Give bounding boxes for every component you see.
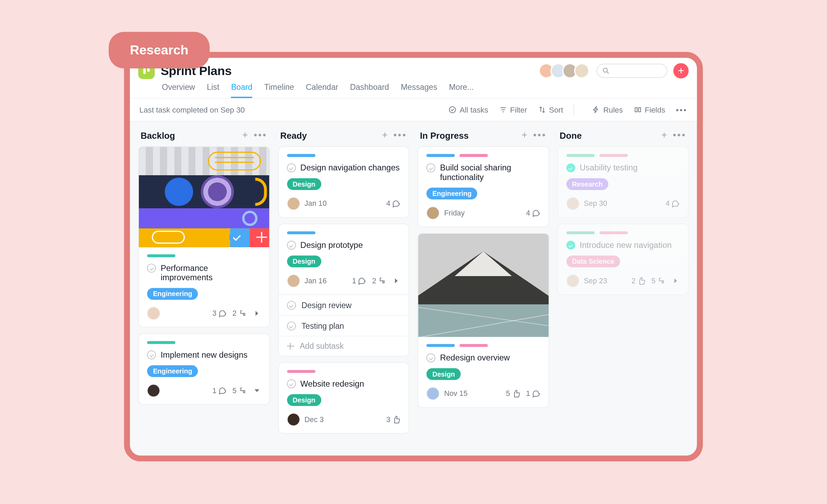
- subtask-icon: [238, 387, 247, 395]
- tab-messages[interactable]: Messages: [401, 83, 437, 98]
- add-button[interactable]: +: [673, 63, 689, 78]
- domain-badge: Research: [109, 32, 210, 69]
- column-backlog: Backlog + ••• Performance improvements: [138, 130, 269, 440]
- all-tasks-button[interactable]: All tasks: [448, 105, 488, 114]
- chevron-right-icon[interactable]: [392, 277, 400, 285]
- complete-checkbox-icon[interactable]: [147, 350, 156, 359]
- tag-engineering[interactable]: Engineering: [147, 365, 198, 377]
- tag-design[interactable]: Design: [427, 368, 461, 380]
- task-title: Introduce new navigation: [580, 240, 672, 250]
- complete-checkbox-icon[interactable]: [566, 164, 575, 172]
- comment-icon: [532, 389, 540, 398]
- fields-button[interactable]: Fields: [634, 105, 665, 114]
- view-tabs: Overview List Board Timeline Calendar Da…: [138, 83, 688, 98]
- column-menu-icon[interactable]: •••: [394, 130, 407, 140]
- tab-more[interactable]: More...: [449, 83, 474, 98]
- tag-design[interactable]: Design: [287, 255, 321, 267]
- task-card[interactable]: Usability testing Research Sep 30 4: [557, 146, 688, 218]
- due-date: Friday: [444, 209, 465, 217]
- task-card[interactable]: Design navigation changes Design Jan 10 …: [278, 146, 409, 218]
- task-title: Performance improvements: [161, 263, 261, 282]
- subtask-row[interactable]: Design review: [278, 295, 409, 315]
- like-icon: [637, 277, 645, 285]
- add-card-button[interactable]: +: [661, 130, 667, 140]
- chevron-down-icon[interactable]: [253, 387, 261, 395]
- task-card[interactable]: Introduce new navigation Data Science Se…: [557, 224, 688, 295]
- more-icon[interactable]: •••: [676, 105, 687, 114]
- task-card[interactable]: Performance improvements Engineering 3 2: [138, 146, 269, 327]
- search-icon: [602, 67, 610, 75]
- column-ready: Ready + ••• Design navigation changes De…: [278, 130, 409, 440]
- tab-list[interactable]: List: [207, 83, 219, 98]
- fields-icon: [634, 106, 642, 114]
- task-title: Build social sharing functionality: [440, 163, 540, 182]
- chevron-right-icon[interactable]: [253, 309, 261, 317]
- add-subtask-button[interactable]: Add subtask: [278, 336, 409, 356]
- task-card[interactable]: Implement new designs Engineering 1 5: [138, 333, 269, 405]
- tag-research[interactable]: Research: [566, 178, 609, 190]
- task-title: Website redesign: [300, 379, 364, 388]
- tab-board[interactable]: Board: [231, 83, 253, 98]
- search-input[interactable]: [596, 64, 667, 78]
- subtask-row[interactable]: Testing plan: [278, 315, 409, 336]
- chevron-right-icon[interactable]: [672, 277, 680, 285]
- subtask-icon: [378, 277, 386, 285]
- comment-icon: [358, 277, 366, 285]
- assignee-avatar[interactable]: [147, 307, 160, 320]
- assignee-avatar[interactable]: [427, 207, 440, 220]
- sort-button[interactable]: Sort: [538, 105, 563, 114]
- tab-dashboard[interactable]: Dashboard: [350, 83, 389, 98]
- complete-checkbox-icon[interactable]: [287, 322, 296, 330]
- avatar[interactable]: [574, 63, 590, 78]
- svg-rect-0: [143, 68, 146, 74]
- add-card-button[interactable]: +: [522, 130, 527, 140]
- tag-design[interactable]: Design: [287, 394, 321, 406]
- complete-checkbox-icon[interactable]: [427, 354, 436, 363]
- assignee-avatar[interactable]: [427, 387, 440, 400]
- column-menu-icon[interactable]: •••: [673, 130, 686, 140]
- assignee-avatar[interactable]: [566, 197, 579, 210]
- due-date: Jan 10: [305, 199, 327, 208]
- assignee-avatar[interactable]: [287, 274, 300, 287]
- task-card[interactable]: Redesign overview Design Nov 15 5 1: [418, 233, 549, 408]
- assignee-avatar[interactable]: [566, 274, 579, 287]
- tab-calendar[interactable]: Calendar: [306, 83, 338, 98]
- svg-line-3: [607, 72, 609, 74]
- subtask-icon: [238, 309, 247, 317]
- like-icon: [512, 389, 520, 398]
- complete-checkbox-icon[interactable]: [427, 164, 436, 172]
- complete-checkbox-icon[interactable]: [287, 379, 296, 388]
- due-date: Jan 16: [305, 277, 327, 285]
- assignee-avatar[interactable]: [287, 197, 300, 210]
- rules-button[interactable]: Rules: [592, 105, 623, 114]
- status-text: Last task completed on Sep 30: [140, 105, 438, 114]
- add-card-button[interactable]: +: [382, 130, 388, 140]
- column-menu-icon[interactable]: •••: [533, 130, 547, 140]
- complete-checkbox-icon[interactable]: [287, 301, 296, 310]
- complete-checkbox-icon[interactable]: [287, 241, 296, 250]
- add-card-button[interactable]: +: [242, 130, 248, 140]
- task-card[interactable]: Website redesign Design Dec 3 3: [278, 362, 409, 433]
- task-title: Design prototype: [300, 240, 363, 250]
- assignee-avatar[interactable]: [147, 384, 160, 397]
- bolt-icon: [592, 106, 600, 114]
- task-title: Design navigation changes: [300, 163, 400, 172]
- tag-engineering[interactable]: Engineering: [147, 288, 198, 300]
- svg-rect-5: [635, 108, 637, 112]
- column-menu-icon[interactable]: •••: [254, 130, 267, 140]
- tag-design[interactable]: Design: [287, 178, 321, 190]
- assignee-avatar[interactable]: [287, 413, 300, 426]
- tag-engineering[interactable]: Engineering: [427, 188, 478, 199]
- filter-button[interactable]: Filter: [499, 105, 527, 114]
- tab-overview[interactable]: Overview: [162, 83, 195, 98]
- tag-data-science[interactable]: Data Science: [566, 255, 620, 267]
- task-card[interactable]: Build social sharing functionality Engin…: [418, 146, 549, 227]
- complete-checkbox-icon[interactable]: [287, 164, 296, 172]
- member-avatars[interactable]: [542, 63, 589, 78]
- plus-icon: [287, 343, 294, 350]
- tab-timeline[interactable]: Timeline: [264, 83, 294, 98]
- task-card[interactable]: Design prototype Design Jan 16 1 2: [278, 224, 409, 357]
- cover-image: [418, 234, 549, 337]
- complete-checkbox-icon[interactable]: [566, 241, 575, 250]
- complete-checkbox-icon[interactable]: [147, 264, 156, 273]
